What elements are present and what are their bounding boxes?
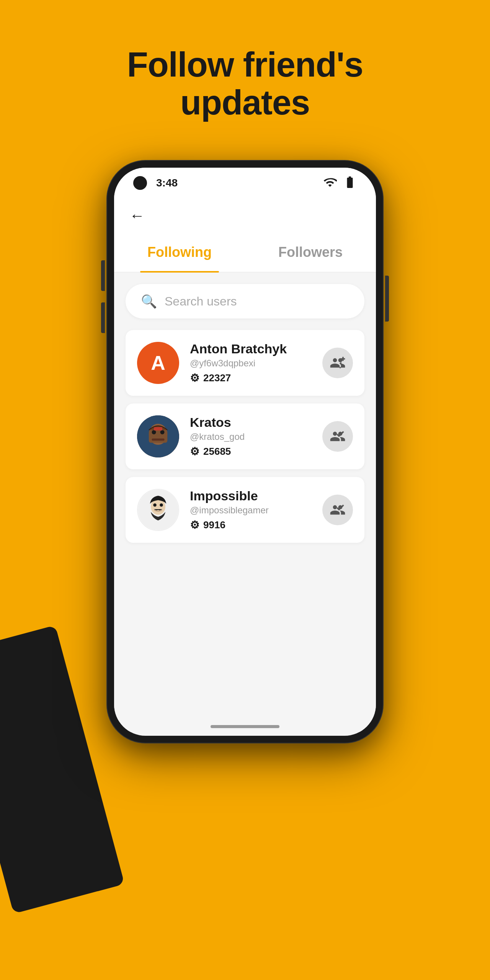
user-handle-kratos: @kratos_god — [190, 431, 312, 442]
avatar-kratos — [137, 415, 179, 457]
phone-mockup: 3:48 ← — [107, 161, 383, 743]
back-bar: ← — [114, 198, 376, 233]
svg-text:✓: ✓ — [338, 363, 344, 371]
tab-following[interactable]: Following — [114, 233, 245, 272]
user-card-impossible: Impossible @impossiblegamer ⚙ 9916 — [126, 477, 364, 543]
user-name-anton: Anton Bratchyk — [190, 341, 312, 356]
svg-point-11 — [160, 503, 163, 506]
user-name-impossible: Impossible — [190, 488, 312, 503]
gear-icon-impossible: ⚙ — [190, 519, 199, 531]
status-icons — [323, 175, 357, 191]
page-title: Follow friend's updates — [127, 46, 363, 122]
battery-icon — [343, 175, 357, 191]
avatar-anton: A — [137, 342, 179, 384]
follow-button-anton[interactable]: ✓ — [322, 348, 353, 378]
svg-point-10 — [153, 503, 156, 506]
user-score-impossible: ⚙ 9916 — [190, 519, 312, 531]
avatar-impossible — [137, 489, 179, 531]
user-card-anton: A Anton Bratchyk @yf6w3dqpbexi ⚙ 22327 — [126, 330, 364, 396]
camera-hole — [133, 176, 147, 190]
svg-rect-7 — [154, 427, 162, 431]
user-score-kratos: ⚙ 25685 — [190, 445, 312, 458]
home-indicator — [211, 725, 279, 728]
main-content: 🔍 Search users A Anton Bratchyk @yf6w3dq… — [114, 273, 376, 732]
gear-icon-anton: ⚙ — [190, 372, 199, 384]
user-card-kratos: Kratos @kratos_god ⚙ 25685 — [126, 403, 364, 469]
user-info-kratos: Kratos @kratos_god ⚙ 25685 — [190, 415, 312, 458]
user-info-anton: Anton Bratchyk @yf6w3dqpbexi ⚙ 22327 — [190, 341, 312, 384]
user-name-kratos: Kratos — [190, 415, 312, 430]
search-icon: 🔍 — [141, 294, 157, 309]
user-score-anton: ⚙ 22327 — [190, 372, 312, 384]
status-time: 3:48 — [156, 177, 178, 189]
search-bar[interactable]: 🔍 Search users — [126, 284, 364, 318]
tab-followers[interactable]: Followers — [245, 233, 376, 272]
svg-point-5 — [160, 430, 165, 434]
status-bar: 3:48 — [114, 168, 376, 198]
user-handle-impossible: @impossiblegamer — [190, 505, 312, 516]
gear-icon-kratos: ⚙ — [190, 445, 199, 458]
svg-rect-6 — [152, 439, 165, 441]
follow-button-kratos[interactable] — [322, 421, 353, 452]
wifi-icon — [323, 175, 337, 191]
user-handle-anton: @yf6w3dqpbexi — [190, 358, 312, 369]
tabs: Following Followers — [114, 233, 376, 273]
svg-point-4 — [152, 430, 156, 434]
user-info-impossible: Impossible @impossiblegamer ⚙ 9916 — [190, 488, 312, 531]
bg-decoration — [0, 625, 124, 914]
svg-rect-3 — [149, 430, 167, 443]
follow-button-impossible[interactable] — [322, 495, 353, 525]
back-button[interactable]: ← — [129, 207, 145, 224]
search-input[interactable]: Search users — [165, 294, 237, 309]
